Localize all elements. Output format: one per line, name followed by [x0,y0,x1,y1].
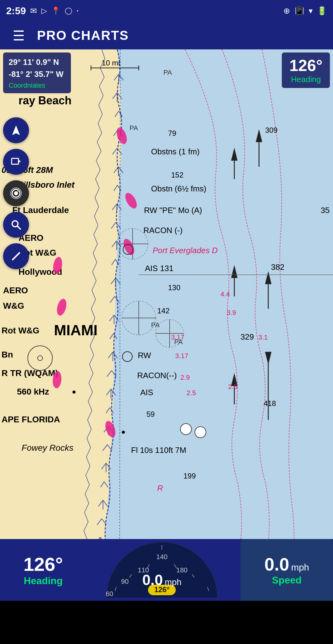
svg-text:ray Beach: ray Beach [18,94,72,107]
svg-text:AIS: AIS [140,388,153,397]
heading-value: 126° [289,56,323,75]
coordinates-overlay: 29° 11' 0.9" N -81° 2' 35.7" W Coordniat… [3,52,71,93]
svg-text:APE FLORIDA: APE FLORIDA [2,415,60,424]
compass-arc-svg: 60 90 110 140 180 126° [100,539,224,601]
svg-text:560 kHz: 560 kHz [17,387,49,396]
wifi-icon: ▾ [309,6,313,16]
svg-text:3.9: 3.9 [227,309,236,316]
svg-text:309: 309 [265,126,278,134]
hamburger-menu-button[interactable]: ☰ [9,26,28,45]
svg-point-171 [18,190,19,191]
svg-point-161 [180,424,191,435]
svg-text:4.4: 4.4 [220,290,230,298]
gmail-icon: ✉ [30,6,37,16]
status-right: ⊕ 📳 ▾ 🔋 [283,6,327,16]
dot-icon: • [77,8,78,13]
svg-line-173 [18,226,21,229]
bottom-center-speed: 0.0 mph [142,571,181,588]
svg-text:199: 199 [183,472,196,480]
svg-text:382: 382 [271,262,284,272]
svg-text:418: 418 [264,399,276,408]
heading-overlay: 126° Heading [282,52,330,88]
bottom-speed-panel: 0.0 mph Speed [240,539,333,601]
battery-icon: 🔋 [317,6,327,16]
svg-text:90: 90 [121,578,129,585]
svg-text:79: 79 [168,129,176,137]
status-left: 2:59 ✉ ▷ 📍 ◯ • [6,5,78,17]
navigate-button[interactable] [3,117,29,143]
bottom-bar: 126° Heading 60 [0,539,333,601]
svg-text:140: 140 [156,553,168,561]
svg-marker-164 [12,125,20,135]
svg-point-159 [122,431,125,434]
bottom-speed-unit: mph [291,562,309,573]
status-bar: 2:59 ✉ ▷ 📍 ◯ • ⊕ 📳 ▾ 🔋 [0,0,333,22]
svg-text:Rot W&G: Rot W&G [2,326,39,335]
search-button[interactable] [3,212,29,238]
svg-marker-166 [18,160,21,163]
coord-values: 29° 11' 0.9" N -81° 2' 35.7" W [9,56,65,80]
speed-row: 0.0 mph [265,554,309,575]
svg-text:PA: PA [174,338,183,346]
svg-point-160 [72,391,76,394]
svg-point-162 [195,427,206,438]
svg-text:Obstn (6½ fms): Obstn (6½ fms) [151,184,206,193]
svg-point-167 [14,191,18,195]
svg-text:Fl 10s 110ft 7M: Fl 10s 110ft 7M [131,445,186,455]
bottom-speed-value: 0.0 [265,554,290,575]
vibrate-icon: 📳 [294,6,304,16]
svg-text:R: R [157,483,163,493]
svg-text:RACON(--): RACON(--) [137,371,177,380]
svg-text:10 mi: 10 mi [102,59,120,67]
svg-text:35: 35 [321,206,330,215]
svg-text:MIAMI: MIAMI [54,322,97,338]
bottom-heading-label: Heading [24,575,63,587]
app-header: ☰ PRO CHARTS [0,22,333,49]
svg-text:152: 152 [171,171,183,179]
bottom-compass: 60 90 110 140 180 126° 0.0 mph [86,539,237,601]
center-speed-value: 0.0 [142,571,163,588]
layers-button[interactable] [3,180,29,206]
svg-text:RW: RW [138,351,151,360]
svg-text:W&G: W&G [3,301,24,311]
svg-text:130: 130 [168,283,180,292]
map-container[interactable]: 79 309 152 130 142 59 418 199 4.4 3.9 3.… [0,49,333,601]
coord-lon: -81° 2' 35.7" W [9,68,65,80]
svg-text:PA: PA [163,69,172,76]
app-title: PRO CHARTS [37,28,129,43]
location-icon: 📍 [51,6,60,15]
svg-text:RACON (-): RACON (-) [143,226,183,235]
svg-text:AERO: AERO [3,286,28,295]
svg-text:PA: PA [130,124,138,132]
bottom-heading-value: 126° [23,553,63,575]
svg-text:Port Everglades D: Port Everglades D [153,246,218,255]
svg-text:RW "PE" Mo (A): RW "PE" Mo (A) [144,206,202,215]
svg-text:142: 142 [157,307,170,315]
waypoint-button[interactable] [3,149,29,175]
svg-text:2.6: 2.6 [228,383,238,391]
svg-text:60: 60 [106,590,113,598]
svg-text:59: 59 [146,410,155,418]
heading-label: Heading [289,75,323,84]
svg-text:329: 329 [240,332,254,341]
coord-lat: 29° 11' 0.9" N [9,56,65,68]
play-icon: ▷ [41,6,47,15]
svg-text:AIS 131: AIS 131 [145,264,174,273]
bottom-speed-label: Speed [272,575,302,586]
svg-text:2.9: 2.9 [180,374,190,381]
svg-text:PA: PA [151,321,160,329]
circle-icon: ◯ [65,7,72,15]
svg-line-174 [13,253,19,260]
map-svg: 79 309 152 130 142 59 418 199 4.4 3.9 3.… [0,49,333,601]
svg-text:Fowey Rocks: Fowey Rocks [22,443,73,453]
svg-rect-165 [12,158,18,164]
center-speed-unit: mph [165,577,181,587]
bottom-heading-panel: 126° Heading [0,539,86,601]
coord-label: Coordniates [9,82,65,90]
gps-icon: ⊕ [283,6,290,16]
svg-text:Obstns (1 fm): Obstns (1 fm) [151,147,199,156]
edit-button[interactable] [3,243,29,269]
svg-text:R TR (WQAM): R TR (WQAM) [2,368,58,378]
status-time: 2:59 [6,5,26,17]
left-toolbar [3,117,29,269]
